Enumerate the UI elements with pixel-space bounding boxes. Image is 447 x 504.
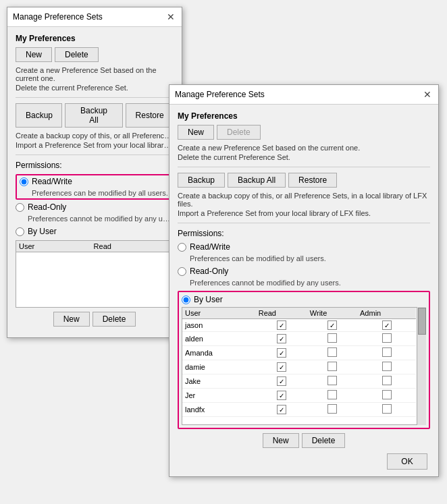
scrollbar[interactable]	[417, 307, 426, 425]
dialog2-restore-button[interactable]: Restore	[288, 173, 337, 188]
dialog2-backup-desc: Create a backup copy of this, or all Pre…	[178, 192, 430, 208]
dialog2-title: Manage Preference Sets	[175, 90, 265, 99]
user-name-cell: damie	[182, 360, 256, 374]
user-name-cell: landfx	[182, 403, 256, 417]
dialog2-backupall-button[interactable]: Backup All	[228, 173, 286, 188]
user-admin-cell[interactable]	[357, 332, 416, 346]
dialog2-radio-byuser[interactable]: By User	[182, 295, 426, 304]
dialog2-import-desc: Import a Preference Set from your local …	[178, 209, 430, 217]
dialog1-readwrite-label: Read/Write	[32, 177, 72, 186]
dialog2-readwrite-radio[interactable]	[178, 243, 186, 252]
table-row: Jer	[182, 389, 416, 403]
dialog2-delete-desc: Delete the current Preference Set.	[178, 153, 430, 161]
scrollbar-thumb[interactable]	[418, 308, 426, 335]
dialog2-section-label: My Preferences	[178, 111, 430, 121]
user-admin-cell[interactable]	[357, 360, 416, 374]
user-read-cell[interactable]	[256, 403, 307, 417]
dialog1-table-new-button[interactable]: New	[53, 312, 90, 327]
user-write-cell[interactable]	[307, 332, 357, 346]
user-write-cell[interactable]	[307, 360, 357, 374]
user-name-cell: Amanda	[182, 346, 256, 360]
dialog1-radio-readwrite[interactable]: Read/Write	[20, 177, 169, 186]
user-write-cell[interactable]	[307, 346, 357, 360]
dialog2-readonly-radio[interactable]	[178, 267, 186, 276]
dialog2-byuser-label: By User	[194, 295, 223, 304]
dialog1-permissions-label: Permissions:	[16, 161, 174, 170]
dialog2-col-write: Write	[307, 308, 357, 319]
dialog2-radio-readwrite[interactable]: Read/Write	[178, 242, 430, 252]
dialog2-readwrite-desc: Preferences can be modified by all users…	[190, 254, 430, 262]
user-read-cell[interactable]	[256, 319, 307, 332]
user-read-cell[interactable]	[256, 346, 307, 360]
dialog1-byuser-radio[interactable]	[16, 227, 24, 236]
dialog2-col-admin: Admin	[357, 308, 416, 319]
user-admin-cell[interactable]	[357, 374, 416, 389]
dialog2-readonly-label: Read-Only	[190, 267, 228, 276]
dialog1: Manage Preference Sets ✕ My Preferences …	[7, 7, 182, 338]
dialog1-readwrite-radio[interactable]	[20, 177, 28, 186]
dialog1-user-table: User Read	[16, 241, 173, 252]
dialog1-radio-readonly[interactable]: Read-Only	[16, 202, 174, 212]
dialog1-col-user: User	[16, 241, 91, 252]
dialog1-close-button[interactable]: ✕	[165, 11, 176, 22]
dialog2-readwrite-label: Read/Write	[190, 242, 230, 252]
dialog2-new-button[interactable]: New	[178, 125, 214, 140]
dialog2-new-desc: Create a new Preference Set based on the…	[178, 144, 430, 152]
user-name-cell: Jake	[182, 374, 256, 389]
ok-button[interactable]: OK	[387, 453, 427, 470]
dialog2-backup-button[interactable]: Backup	[178, 173, 225, 188]
dialog1-delete-desc: Delete the current Preference Set.	[16, 84, 174, 92]
dialog2-titlebar: Manage Preference Sets ✕	[169, 85, 438, 105]
user-read-cell[interactable]	[256, 389, 307, 403]
dialog1-section-label: My Preferences	[16, 34, 174, 43]
dialog2-permissions-label: Permissions:	[178, 229, 430, 238]
user-admin-cell[interactable]	[357, 389, 416, 403]
user-write-cell[interactable]	[307, 374, 357, 389]
dialog2-table-delete-button[interactable]: Delete	[302, 433, 346, 448]
dialog1-title: Manage Preference Sets	[13, 12, 103, 22]
dialog2-readonly-desc: Preferences cannot be modified by any us…	[190, 279, 430, 287]
user-read-cell[interactable]	[256, 374, 307, 389]
dialog2-close-button[interactable]: ✕	[422, 89, 433, 100]
user-read-cell[interactable]	[256, 360, 307, 374]
user-admin-cell[interactable]	[357, 319, 416, 332]
dialog1-delete-button[interactable]: Delete	[55, 47, 99, 62]
dialog1-readonly-desc: Preferences cannot be modified by any us…	[28, 215, 174, 223]
dialog1-backup-button[interactable]: Backup	[16, 103, 62, 128]
user-admin-cell[interactable]	[357, 346, 416, 360]
dialog2-radio-readonly[interactable]: Read-Only	[178, 267, 430, 276]
dialog1-col-read: Read	[91, 241, 173, 252]
user-write-cell[interactable]	[307, 403, 357, 417]
dialog1-readonly-label: Read-Only	[28, 202, 66, 212]
table-row: damie	[182, 360, 416, 374]
dialog2-delete-button[interactable]: Delete	[217, 125, 261, 140]
table-row: landfx	[182, 403, 416, 417]
dialog1-restore-button[interactable]: Restore	[126, 103, 174, 128]
dialog1-import-desc: Import a Preference Set from your local …	[16, 141, 174, 149]
dialog2-table-new-button[interactable]: New	[263, 433, 299, 448]
table-row: Jake	[182, 374, 416, 389]
dialog1-new-button[interactable]: New	[16, 47, 52, 62]
dialog1-readwrite-desc: Preferences can be modified by all users…	[32, 189, 169, 197]
dialog2-col-user: User	[182, 308, 256, 319]
user-write-cell[interactable]	[307, 319, 357, 332]
user-name-cell: jason	[182, 319, 256, 332]
user-read-cell[interactable]	[256, 332, 307, 346]
dialog1-new-desc: Create a new Preference Set based on the…	[16, 66, 174, 82]
dialog2-user-table: User Read Write Admin jasonaldenAmandada…	[182, 308, 416, 417]
dialog1-radio-byuser[interactable]: By User	[16, 227, 174, 236]
dialog1-byuser-label: By User	[28, 227, 57, 236]
user-admin-cell[interactable]	[357, 403, 416, 417]
dialog1-titlebar: Manage Preference Sets ✕	[7, 7, 182, 27]
table-row: Amanda	[182, 346, 416, 360]
user-name-cell: Jer	[182, 389, 256, 403]
dialog2-byuser-radio[interactable]	[182, 296, 190, 304]
table-row: jason	[182, 319, 416, 332]
dialog1-table-delete-button[interactable]: Delete	[93, 312, 136, 327]
user-write-cell[interactable]	[307, 389, 357, 403]
dialog2: Manage Preference Sets ✕ My Preferences …	[169, 84, 439, 477]
dialog1-readonly-radio[interactable]	[16, 203, 24, 212]
dialog2-col-read: Read	[256, 308, 307, 319]
dialog1-backupall-button[interactable]: Backup All	[65, 103, 122, 128]
table-row: alden	[182, 332, 416, 346]
